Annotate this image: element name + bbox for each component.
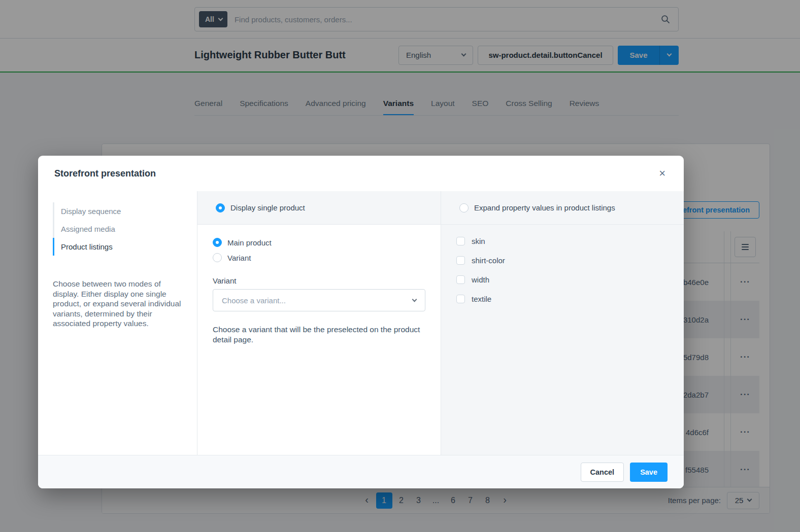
nav-item-display-sequence[interactable]: Display sequence (53, 202, 184, 220)
expand-mode-header: Expand property values in product listin… (441, 191, 684, 225)
radio-variant[interactable] (213, 253, 222, 262)
radio-variant-label: Variant (227, 254, 251, 262)
main-product-option: Main product (213, 238, 425, 247)
modal-sidebar: Display sequence Assigned media Product … (38, 191, 197, 455)
modal-footer: Cancel Save (38, 455, 684, 488)
checkbox-textile-label: textile (472, 295, 491, 303)
modal-title: Storefront presentation (54, 168, 156, 179)
variant-select[interactable]: Choose a variant... (213, 289, 425, 311)
checkbox-skin[interactable] (456, 237, 465, 245)
property-row-width: width (456, 275, 684, 284)
property-row-textile: textile (456, 295, 684, 303)
radio-main-product-label: Main product (227, 238, 272, 247)
variant-helper-text: Choose a variant that will be the presel… (213, 325, 425, 344)
single-product-options: Main product Variant Variant Choose a va… (197, 225, 441, 455)
storefront-presentation-modal: Storefront presentation × Display sequen… (38, 156, 684, 488)
checkbox-width-label: width (472, 275, 489, 284)
modal-description: Choose between two modes of display. Eit… (53, 279, 184, 329)
chevron-down-icon (412, 297, 417, 302)
modal-cancel-button[interactable]: Cancel (581, 463, 624, 482)
radio-display-single-product[interactable] (216, 203, 225, 212)
modal-nav: Display sequence Assigned media Product … (53, 202, 184, 256)
variant-option: Variant (213, 253, 425, 262)
modal-body: Display sequence Assigned media Product … (38, 191, 684, 455)
variant-select-placeholder: Choose a variant... (222, 296, 286, 305)
nav-item-assigned-media[interactable]: Assigned media (53, 220, 184, 238)
checkbox-shirt-color[interactable] (456, 256, 465, 265)
property-checkbox-list: skin shirt-color width textile (441, 225, 684, 455)
single-product-mode-header: Display single product (197, 191, 441, 225)
expand-properties-column: Expand property values in product listin… (441, 191, 684, 455)
single-product-column: Display single product Main product Vari… (197, 191, 441, 455)
close-icon[interactable]: × (657, 168, 668, 179)
property-row-shirt-color: shirt-color (456, 256, 684, 265)
modal-save-button[interactable]: Save (630, 463, 668, 482)
radio-expand-property-values-label: Expand property values in product listin… (474, 203, 615, 212)
checkbox-shirt-color-label: shirt-color (472, 256, 505, 265)
modal-header: Storefront presentation × (38, 156, 684, 191)
checkbox-width[interactable] (456, 275, 465, 284)
nav-item-product-listings[interactable]: Product listings (53, 238, 184, 256)
radio-main-product[interactable] (213, 238, 222, 247)
checkbox-skin-label: skin (472, 237, 485, 245)
screen: All Lightweight Rubber Butter Butt Engli… (0, 0, 800, 532)
checkbox-textile[interactable] (456, 295, 465, 303)
property-row-skin: skin (456, 237, 684, 245)
variant-field-label: Variant (213, 276, 425, 285)
radio-expand-property-values[interactable] (459, 203, 469, 212)
radio-display-single-product-label: Display single product (230, 203, 305, 212)
